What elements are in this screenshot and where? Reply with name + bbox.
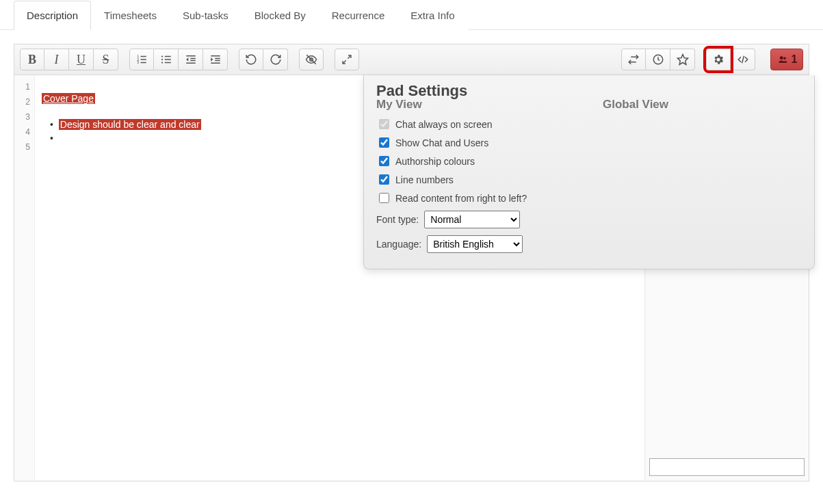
chk-rtl-row[interactable]: Read content from right to left? xyxy=(376,189,575,207)
chk-label: Show Chat and Users xyxy=(395,137,488,149)
tabs-row: Description Timesheets Sub-tasks Blocked… xyxy=(0,0,823,30)
strikethrough-button[interactable]: S xyxy=(94,49,118,70)
timeslider-button[interactable] xyxy=(646,49,670,70)
svg-point-11 xyxy=(161,62,162,63)
tab-label: Recurrence xyxy=(332,10,385,21)
underline-icon: U xyxy=(77,53,86,67)
tab-timesheets[interactable]: Timesheets xyxy=(91,1,170,30)
swap-icon xyxy=(627,53,640,66)
indent-icon xyxy=(209,53,222,66)
font-label: Font type: xyxy=(376,213,419,226)
unordered-list-icon xyxy=(160,53,172,66)
tab-subtasks[interactable]: Sub-tasks xyxy=(170,1,241,30)
line-number: 2 xyxy=(14,94,34,109)
line-number: 5 xyxy=(14,140,34,155)
chk-authorship-row[interactable]: Authorship colours xyxy=(376,152,575,170)
settings-title: Pad Settings xyxy=(376,85,802,97)
tab-label: Blocked By xyxy=(254,10,306,21)
line-number: 4 xyxy=(14,124,34,140)
fullscreen-icon xyxy=(341,54,352,65)
italic-button[interactable]: I xyxy=(44,49,69,70)
chk-label: Authorship colours xyxy=(395,155,475,168)
outdent-icon xyxy=(185,53,197,66)
chk-label: Read content from right to left? xyxy=(395,192,527,204)
chk-label: Line numbers xyxy=(395,174,454,186)
redo-icon xyxy=(270,53,282,66)
chk-chat-always[interactable] xyxy=(379,119,389,129)
ordered-list-icon: 123 xyxy=(135,53,148,66)
tab-extrainfo[interactable]: Extra Info xyxy=(397,1,467,30)
svg-point-30 xyxy=(783,57,786,60)
gear-icon xyxy=(712,53,724,66)
clear-authorship-button[interactable] xyxy=(299,49,324,70)
my-view-heading: My View xyxy=(376,98,575,111)
chk-label: Chat always on screen xyxy=(395,118,493,131)
tab-label: Extra Info xyxy=(410,10,454,21)
eye-slash-icon xyxy=(305,53,317,66)
bold-icon: B xyxy=(28,53,36,67)
chk-rtl[interactable] xyxy=(379,193,389,203)
star-icon xyxy=(677,53,689,66)
undo-icon xyxy=(245,53,257,66)
tab-label: Timesheets xyxy=(104,10,157,21)
underline-button[interactable]: U xyxy=(69,49,94,70)
svg-marker-27 xyxy=(677,55,688,65)
tab-description[interactable]: Description xyxy=(14,1,91,30)
ordered-list-button[interactable]: 123 xyxy=(129,49,154,70)
font-select[interactable]: Normal xyxy=(424,211,520,228)
chk-line-numbers-row[interactable]: Line numbers xyxy=(376,170,575,189)
bold-button[interactable]: B xyxy=(20,49,44,70)
svg-line-28 xyxy=(742,56,744,64)
chk-chat-always-row[interactable]: Chat always on screen xyxy=(376,115,575,133)
tab-label: Description xyxy=(27,10,78,21)
content-area: 1 2 3 4 5 Cover Page Design should be cl… xyxy=(14,75,809,480)
tab-blockedby[interactable]: Blocked By xyxy=(241,1,319,30)
chk-line-numbers[interactable] xyxy=(379,174,389,185)
embed-button[interactable] xyxy=(731,49,755,70)
fullscreen-button[interactable] xyxy=(335,49,359,70)
users-count: 1 xyxy=(792,53,798,66)
chk-show-chat-users-row[interactable]: Show Chat and Users xyxy=(376,133,575,152)
line-number-gutter: 1 2 3 4 5 xyxy=(14,75,35,480)
global-view-heading: Global View xyxy=(603,98,802,111)
import-export-button[interactable] xyxy=(621,49,646,70)
saved-revisions-button[interactable] xyxy=(670,49,695,70)
italic-icon: I xyxy=(55,53,59,67)
svg-line-23 xyxy=(343,60,346,64)
svg-text:3: 3 xyxy=(137,60,139,64)
doc-text-highlighted: Cover Page xyxy=(42,93,95,104)
my-view-column: My View Chat always on screen Show Chat … xyxy=(376,98,575,256)
chk-authorship[interactable] xyxy=(379,156,389,166)
svg-point-10 xyxy=(161,59,162,60)
language-select[interactable]: British English xyxy=(427,235,523,253)
unordered-list-button[interactable] xyxy=(154,49,179,70)
users-button[interactable]: 1 xyxy=(770,49,803,70)
chat-input[interactable] xyxy=(649,458,805,476)
lang-label: Language: xyxy=(376,238,421,250)
line-number: 1 xyxy=(14,79,34,94)
chk-show-chat-users[interactable] xyxy=(379,137,389,148)
doc-text-highlighted: Design should be clear and clear xyxy=(59,119,201,130)
users-icon xyxy=(776,55,789,64)
indent-button[interactable] xyxy=(203,49,228,70)
tab-label: Sub-tasks xyxy=(183,10,228,21)
tab-recurrence[interactable]: Recurrence xyxy=(319,1,398,30)
outdent-button[interactable] xyxy=(179,49,203,70)
pad-settings-popover: Pad Settings My View Chat always on scre… xyxy=(363,75,815,269)
editor-toolbar: B I U S 123 xyxy=(14,44,809,75)
redo-button[interactable] xyxy=(263,49,288,70)
editor-container: B I U S 123 xyxy=(14,44,809,481)
global-view-column: Global View xyxy=(603,98,802,256)
svg-point-29 xyxy=(779,56,783,59)
svg-line-22 xyxy=(348,55,351,59)
strike-icon: S xyxy=(102,53,109,67)
clock-icon xyxy=(652,53,664,66)
settings-button[interactable] xyxy=(706,49,731,70)
font-type-row: Font type: Normal xyxy=(376,207,575,232)
language-row: Language: British English xyxy=(376,232,575,256)
document-body[interactable]: Cover Page Design should be clear and cl… xyxy=(35,75,644,480)
svg-point-9 xyxy=(161,55,162,57)
code-icon xyxy=(736,53,750,66)
line-number: 3 xyxy=(14,109,34,124)
undo-button[interactable] xyxy=(239,49,263,70)
